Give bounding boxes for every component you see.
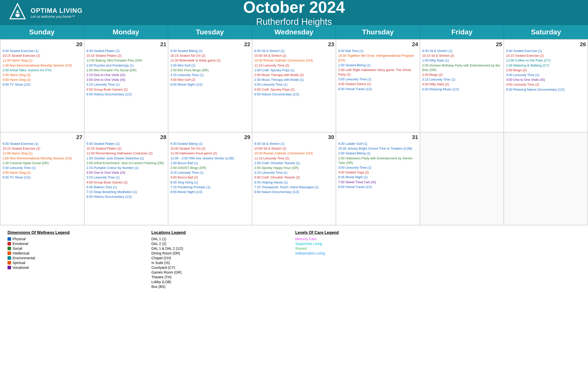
calendar-event: 1:00 Craft: Ghoulish Tassels (1) <box>254 161 334 165</box>
page-header: OPTIMA LIVING Let us welcome you home™ O… <box>0 0 588 25</box>
calendar-event: 2:00 GHOST Bingo (DR) <box>170 166 250 170</box>
care-legend-item: Supportive Living <box>295 242 437 246</box>
svg-point-1 <box>15 12 20 17</box>
calendar-event: 1:00 Non-Denominational Worship Service … <box>3 156 83 161</box>
calendar-event: 8:00 Virtual Travel (1/2) <box>338 185 418 189</box>
care-legend-item: Memory Care <box>295 237 437 241</box>
calendar-event: 10:15 Seated Exercise (2) <box>3 53 83 58</box>
calendar-event: 8:00 History Documentary (1/2) <box>87 195 167 199</box>
care-legend-item: Shared <box>295 246 437 250</box>
calendar-event: 11:00 Halloween Feud game (2) <box>170 151 250 156</box>
calendar-cell: 209:30 Seated Exercise (1)10:15 Seated E… <box>1 40 85 133</box>
svg-point-5 <box>17 10 19 12</box>
wellness-legend-item: Spiritual <box>8 261 149 265</box>
calendar-event: 6:45 Balloon Toss (1) <box>87 185 167 189</box>
calendar-event: 2:00 Artfull Enrichment: Jack-O-Lantern … <box>87 161 167 165</box>
location-legend-item: DAL 2 (2) <box>152 242 293 246</box>
legend-item-label: Intellectual <box>13 251 29 255</box>
location-legend-item: Chapel (CH) <box>152 256 293 260</box>
calendar-event: 10:30 Together We Grow: Intergenerationa… <box>338 53 418 62</box>
day-header-friday: Friday <box>420 25 504 39</box>
calendar-cell: 279:30 Seated Exercise (1)10:15 Seated E… <box>1 133 85 225</box>
calendar-event: 1:00 Puzzles and Ponderings (1) <box>87 63 167 68</box>
brand-name: OPTIMA LIVING <box>31 7 83 15</box>
calendar-event: 10:30 Johnny Bright School Trick or Trea… <box>338 146 418 151</box>
day-header-monday: Monday <box>84 25 168 39</box>
calendar-event: 3:00 Leisurely Time (1) <box>338 77 418 82</box>
calendar-event: 9:30 Seated Pilates (1) <box>87 142 167 146</box>
calendar-event: 6:00 Virtual Travel (1/2) <box>338 87 418 91</box>
calendar-event: 2:15 Pumpkin Colour by Number (1) <box>87 166 167 170</box>
calendar-event: 3:30 Leisurely Time (1) <box>3 166 83 170</box>
day-header-thursday: Thursday <box>336 25 420 39</box>
calendar-event: 1:00 Bocce Ball (1) <box>170 161 250 165</box>
locations-legend-title: Locations Legend <box>152 230 293 235</box>
header-center: October 2024 Rutherford Heights <box>243 0 345 27</box>
location-legend-item: Courtyard (CY) <box>152 266 293 270</box>
calendar-event: 10:00 Sit & Stretch (2) <box>254 146 334 151</box>
calendar-event: 1:00 October Junk Drawer Detective (1) <box>87 156 167 161</box>
calendar-event: 3:00 One to One Visits (IS) <box>87 78 167 82</box>
calendar-event: 3:00 Leisurely Time (1) <box>338 165 418 170</box>
calendar-event: 1:00 Watering & Walking (CY) <box>506 63 586 68</box>
calendar-event: 4:00 Seated Yoga (2) <box>338 170 418 175</box>
calendar-event: 4:00 Bocce Ball (2) <box>170 175 250 180</box>
logo-text: OPTIMA LIVING Let us welcome you home™ <box>31 7 83 19</box>
calendar-event: 6:45 Helping Hands (1) <box>254 180 334 185</box>
calendar-event: 9:30 Sit & Stretch (1) <box>422 49 502 53</box>
calendar-event: 2:00 BIG Prize Bingo (DR) <box>170 68 250 73</box>
calendar-cell: 299:30 Seated Biking (1)10:00 Seated Tai… <box>168 133 252 225</box>
calendar-event: 11:00 Believable or Batty game (2) <box>170 58 250 63</box>
legend-area: Dimensions Of Wellness Legend PhysicalEm… <box>0 225 588 294</box>
calendar-event: 9:30 Sit & Stretch (1) <box>254 49 334 53</box>
calendar-cell: 249:30 Ball Toss (1)10:30 Together We Gr… <box>336 40 420 133</box>
optima-living-logo-icon <box>8 3 28 23</box>
calendar-event: 1:00 Mini Golf (1) <box>170 63 250 68</box>
legend-item-label: Emotional <box>13 242 28 246</box>
wellness-legend-title: Dimensions Of Wellness Legend <box>8 230 149 235</box>
legend-item-label: Physical <box>13 237 26 241</box>
calendar-event: 3:00 One to One Visits (IS) <box>87 170 167 175</box>
calendar-event: 4:00 Leisurely Time (2) <box>506 82 586 87</box>
legend-color-swatch <box>8 247 11 250</box>
calendar-event: 2:00 Music Therapy with Bobbi (2) <box>254 73 334 77</box>
day-header-tuesday: Tuesday <box>168 25 252 39</box>
calendar-event: 3:15 Leisurely Time (1) <box>87 175 167 180</box>
calendar-event: 10:15 Seated Exercise (2) <box>3 146 83 151</box>
calendar-event: 10:15 Sit & Stretch (2) <box>422 53 502 58</box>
brand-tagline: Let us welcome you home™ <box>31 15 83 19</box>
calendar-event: 7:15 Therapeutic Touch: Hand Massages (1… <box>254 185 334 189</box>
calendar-event: 4:00 Hymn Sing (2) <box>3 78 83 82</box>
calendar-cell: 309:30 Sit & Stretch (1)10:00 Sit & Stre… <box>252 133 336 225</box>
calendar-cell <box>420 133 504 225</box>
calendar-event: 2:00 October Birthday Party with Enterta… <box>422 63 502 72</box>
calendar-event: 3:15 Leisurely Time (1) <box>254 170 334 175</box>
wellness-legend-item: Intellectual <box>8 251 149 255</box>
calendar-event: 8:00 Movie Night (1/2) <box>170 190 250 194</box>
day-header-saturday: Saturday <box>504 25 588 39</box>
day-header-wednesday: Wednesday <box>252 25 336 39</box>
calendar-event: 2:00 Bingo (2) <box>422 73 502 77</box>
calendar-event: 4:00 Craft: Ghoulish Tassels (2) <box>254 175 334 180</box>
calendar-event: 10:30 Roman Catholic Communion (CH) <box>254 58 334 63</box>
calendar-cell: 259:30 Sit & Stretch (1)10:15 Sit & Stre… <box>420 40 504 133</box>
calendar-event: 4:00 Group Brain Games (2) <box>87 180 167 185</box>
date-number: 24 <box>338 41 418 48</box>
calendar-event: 6:00 Movie Night (1/2) <box>170 82 250 87</box>
calendar-event: 7:15 Deep Breathing Meditation (1) <box>87 190 167 194</box>
calendar-event: 1:00 Seated Biking (1) <box>338 151 418 156</box>
calendar-event: 3:00 One to One Visits (IS) <box>506 78 586 82</box>
calendar-event: 4:00 Hymn Sing (2) <box>3 170 83 175</box>
calendar-event: 2:00 Spooky Happy Hour (GR) <box>254 166 334 170</box>
calendar-event: 9:30 Ball Toss (1) <box>338 49 418 53</box>
care-legend-item: Independent Living <box>295 251 437 255</box>
calendar-event: 7:00 Sweet Treat Cart (IS) <box>338 180 418 184</box>
care-legend: Levels Of Care Legend Memory CareSupport… <box>295 230 437 289</box>
calendar-event: 6:00 Relaxing Music (1/2) <box>422 87 502 92</box>
date-number: 31 <box>338 134 418 141</box>
calendar-event: 11:00 Hymn Sing (1) <box>3 151 83 156</box>
calendar-cell: 239:30 Sit & Stretch (1)10:00 Sit & Stre… <box>252 40 336 133</box>
calendar-event: 6:00 TV Show (1/2) <box>3 82 83 87</box>
legend-color-swatch <box>8 266 11 269</box>
month-year-title: October 2024 <box>243 0 345 17</box>
